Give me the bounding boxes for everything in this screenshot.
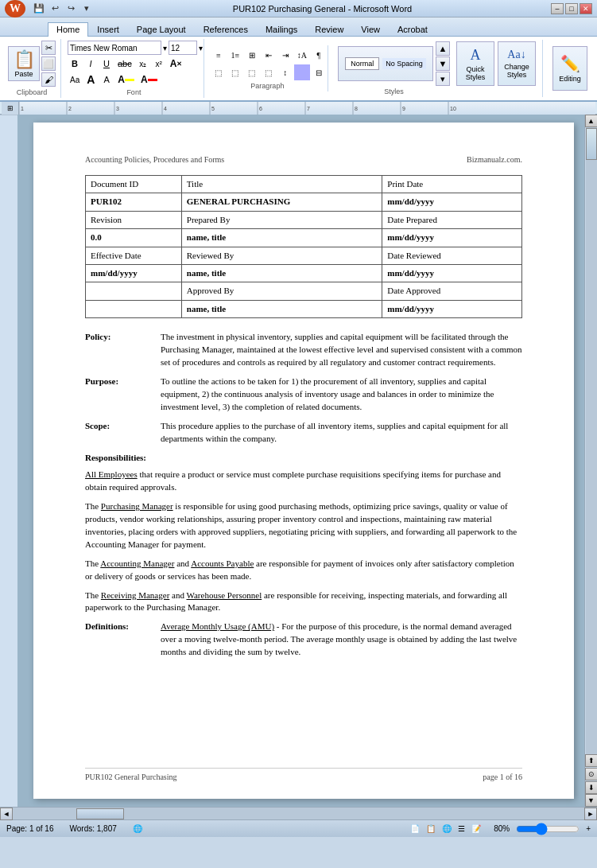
view-mode-full[interactable]: 📋 — [426, 824, 436, 833]
font-size-select[interactable] — [169, 41, 197, 55]
sort-button[interactable]: ↕A — [294, 47, 310, 63]
tab-acrobat[interactable]: Acrobat — [389, 22, 436, 36]
styles-scroll-down[interactable]: ▼ — [436, 56, 450, 71]
document-page[interactable]: Accounting Policies, Procedures and Form… — [33, 123, 574, 799]
scope-body: This procedure applies to the purchase o… — [161, 420, 522, 446]
styles-scroll-up[interactable]: ▲ — [436, 41, 450, 56]
tab-view[interactable]: View — [352, 22, 389, 36]
change-styles-button[interactable]: Aa↓ ChangeStyles — [498, 41, 536, 86]
borders-button[interactable]: ⊟ — [311, 64, 327, 80]
hscroll-left-button[interactable]: ◄ — [0, 808, 13, 820]
close-button[interactable]: ✕ — [580, 3, 592, 14]
font-family-select[interactable] — [68, 41, 161, 55]
paste-button[interactable]: 📋 Paste — [8, 46, 40, 81]
tab-review[interactable]: Review — [306, 22, 352, 36]
table-cell-title-value: GENERAL PURCHASING — [181, 193, 382, 211]
shading-button[interactable] — [294, 64, 310, 80]
word-count: Words: 1,807 — [70, 824, 117, 833]
select-object-button[interactable]: ⊙ — [585, 768, 598, 780]
table-cell-prepared-value: name, title — [181, 229, 382, 247]
zoom-slider[interactable] — [516, 825, 580, 833]
prev-page-button[interactable]: ⬆ — [585, 754, 598, 767]
font-color-button[interactable]: A — [138, 72, 160, 87]
font-family-dropdown[interactable]: ▾ — [163, 44, 167, 53]
justify-button[interactable]: ⬚ — [261, 64, 277, 80]
quick-styles-button[interactable]: A QuickStyles — [456, 41, 494, 86]
page-info: Page: 1 of 16 — [6, 824, 54, 833]
view-mode-web[interactable]: 🌐 — [442, 824, 452, 833]
italic-button[interactable]: I — [83, 56, 98, 71]
change-case-button[interactable]: Aa — [68, 72, 82, 87]
hscroll-thumb[interactable] — [76, 808, 124, 819]
line-spacing-button[interactable]: ↕ — [277, 64, 293, 80]
tab-references[interactable]: References — [195, 22, 257, 36]
vertical-scrollbar[interactable]: ▲ ⬆ ⊙ ⬇ ▼ — [584, 115, 597, 807]
quick-styles-label: QuickStyles — [466, 65, 486, 81]
align-center-button[interactable]: ⬚ — [227, 64, 243, 80]
maximize-button[interactable]: □ — [565, 3, 578, 14]
view-mode-outline[interactable]: ☰ — [458, 824, 465, 833]
align-left-button[interactable]: ⬚ — [211, 64, 227, 80]
show-formatting-button[interactable]: ¶ — [311, 47, 327, 63]
scroll-up-button[interactable]: ▲ — [585, 115, 598, 127]
tab-page-layout[interactable]: Page Layout — [128, 22, 195, 36]
styles-more[interactable]: ▾ — [436, 72, 450, 86]
table-cell-date-approved-label: Date Approved — [382, 282, 522, 300]
subscript-button[interactable]: x₂ — [136, 56, 150, 71]
save-qat-button[interactable]: 💾 — [32, 2, 46, 16]
ruler-corner[interactable]: ⊞ — [2, 102, 19, 115]
shrink-font-button[interactable]: A — [99, 72, 114, 87]
increase-indent-button[interactable]: ⇥ — [277, 47, 293, 63]
minimize-button[interactable]: – — [551, 3, 564, 14]
svg-text:1: 1 — [21, 106, 24, 111]
zoom-in-button[interactable]: + — [586, 824, 591, 833]
tab-home[interactable]: Home — [48, 22, 88, 37]
office-button[interactable]: W — [5, 0, 25, 18]
clear-format-button[interactable]: A✕ — [168, 56, 185, 71]
scope-section: Scope: This procedure applies to the pur… — [85, 420, 522, 446]
superscript-button[interactable]: x² — [152, 56, 166, 71]
font-size-dropdown[interactable]: ▾ — [199, 44, 203, 53]
horizontal-ruler: 1 2 3 4 5 6 7 8 9 10 — [19, 102, 595, 115]
cut-button[interactable]: ✂ — [41, 41, 56, 55]
page-container[interactable]: Accounting Policies, Procedures and Form… — [17, 115, 584, 807]
format-painter-button[interactable]: 🖌 — [41, 72, 56, 87]
editing-label: Editing — [559, 75, 581, 83]
bold-button[interactable]: B — [68, 56, 82, 71]
next-page-button[interactable]: ⬇ — [585, 781, 598, 794]
styles-gallery[interactable]: Normal No Spacing — [338, 46, 433, 81]
redo-qat-button[interactable]: ↪ — [64, 2, 78, 16]
policy-section: Policy: The investment in physical inven… — [85, 331, 522, 369]
hscroll-track — [13, 808, 584, 819]
strikethrough-button[interactable]: abc — [115, 56, 134, 71]
paste-label: Paste — [14, 70, 33, 78]
scroll-down-button[interactable]: ▼ — [585, 794, 598, 807]
align-right-button[interactable]: ⬚ — [244, 64, 260, 80]
table-cell-doc-id-label: Document ID — [86, 176, 182, 193]
ribbon-tabs: Home Insert Page Layout References Maili… — [0, 18, 597, 37]
qat-dropdown-button[interactable]: ▾ — [79, 2, 94, 16]
resp-acc-underline: Accounting Manager — [100, 559, 174, 568]
table-cell-prepared-label: Prepared By — [181, 211, 382, 228]
undo-qat-button[interactable]: ↩ — [48, 2, 62, 16]
svg-text:2: 2 — [68, 106, 72, 111]
view-mode-draft[interactable]: 📝 — [471, 824, 481, 833]
hscroll-right-button[interactable]: ► — [584, 808, 597, 820]
scroll-thumb[interactable] — [586, 128, 597, 160]
editing-button[interactable]: ✏️ Editing — [552, 46, 587, 91]
font-group: ▾ ▾ B I U abc x₂ x² A✕ Aa A A A A Font — [64, 39, 204, 98]
underline-button[interactable]: U — [99, 56, 114, 71]
bullets-button[interactable]: ≡ — [211, 47, 227, 63]
tab-insert[interactable]: Insert — [88, 22, 128, 36]
font-highlight-button[interactable]: A — [115, 72, 137, 87]
numbering-button[interactable]: 1≡ — [227, 47, 243, 63]
grow-font-button[interactable]: A — [83, 72, 98, 87]
status-bar: Page: 1 of 16 Words: 1,807 🌐 📄 📋 🌐 ☰ 📝 8… — [0, 819, 597, 837]
statusbar-right: 📄 📋 🌐 ☰ 📝 80% + — [410, 824, 591, 833]
decrease-indent-button[interactable]: ⇤ — [261, 47, 277, 63]
view-mode-print[interactable]: 📄 — [410, 824, 420, 833]
resp-recv-underline: Receiving Manager — [101, 590, 169, 600]
copy-button[interactable]: ⬜ — [41, 56, 56, 71]
multilevel-button[interactable]: ⊞ — [244, 47, 260, 63]
tab-mailings[interactable]: Mailings — [257, 22, 306, 36]
